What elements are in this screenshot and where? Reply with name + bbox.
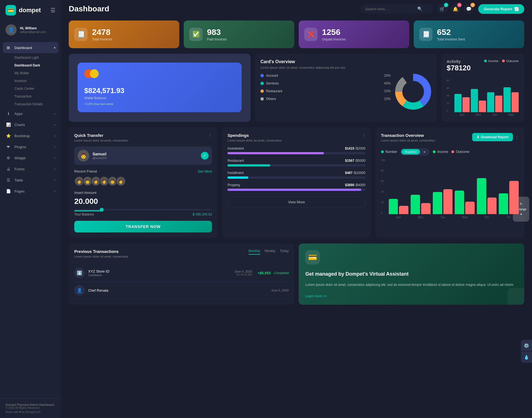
tx-x-labels: Sun Mon Tue Wed Thu Fri — [381, 216, 519, 219]
bell-button[interactable]: 🔔 12 — [451, 4, 461, 14]
tx-item-type-xyz: Cashback — [88, 273, 231, 277]
stat-icon-sent: 🧾 — [419, 28, 433, 41]
download-report-button[interactable]: ⬇ Download Report — [472, 133, 513, 141]
sidebar-item-widget[interactable]: ⚙ Widget › — [0, 152, 61, 163]
wallet-balance: $824,571.93 — [84, 86, 235, 95]
sidebar-item-table[interactable]: ☰ Table › — [0, 175, 61, 186]
tx-dots-menu[interactable]: ⋮ — [515, 135, 519, 139]
sidebar-subitem-my-wallet[interactable]: My Wallet — [0, 69, 61, 77]
stat-info-unpaid: 1256 Unpaid Invoices — [322, 27, 346, 41]
footer-copyright: © 2021 All Rights Reserved — [6, 406, 55, 409]
cart-button[interactable]: 🛒 2 — [437, 4, 447, 14]
stat-number-paid: 983 — [207, 27, 227, 37]
dots-menu-icon[interactable]: ⋮ — [208, 133, 212, 137]
spending-property-label: Property — [227, 183, 240, 187]
chevron-right-icon: › — [55, 179, 55, 182]
card-overview-desc: Lorem ipsum dolor sit amet, consectetur … — [260, 66, 431, 69]
analytics-toggle[interactable]: Analytics ● — [400, 148, 429, 155]
spendings-dots-menu[interactable]: ⋮ — [362, 133, 365, 137]
sidebar-item-forms[interactable]: 🖨 Forms › — [0, 163, 61, 175]
bar-income-sun — [454, 94, 462, 112]
sidebar-item-pages-label: Pages — [14, 189, 25, 193]
sidebar-item-charts[interactable]: 📊 Charts › — [0, 119, 61, 130]
greeting: Hi, William — [20, 26, 46, 30]
tab-monthly[interactable]: Monthly — [249, 249, 260, 255]
view-more-label: View More — [288, 200, 305, 204]
sidebar-subitem-cards-center[interactable]: Cards Center — [0, 85, 61, 93]
float-theme-button[interactable]: 💧 — [521, 352, 532, 363]
search-input[interactable] — [365, 7, 415, 11]
pages-icon: 📄 — [6, 188, 11, 194]
tx-item-date-xyz: June 4, 2020 — [234, 270, 252, 273]
widget-icon: ⚙ — [6, 155, 11, 161]
transfer-now-button[interactable]: TRANSFER NOW — [74, 221, 212, 232]
sidebar-item-plugins[interactable]: ❤ Plugins › — [0, 141, 61, 152]
sidebar-item-bootstrap[interactable]: ⭐ Bootstrap › — [0, 130, 61, 141]
va-learn-more-link[interactable]: Learn more >> — [305, 294, 518, 298]
see-more-link[interactable]: See More — [198, 170, 212, 173]
tx-bar-mon — [411, 195, 431, 214]
float-settings-button[interactable]: ⚙️ — [521, 340, 532, 351]
spending-restaurant-label: Restaurant — [227, 159, 244, 163]
tx-x-wed: Wed — [455, 216, 475, 219]
spending-bar-property — [227, 189, 361, 191]
sidebar-subitem-invoices[interactable]: Invoices — [0, 77, 61, 85]
mastercard-logo — [84, 69, 235, 78]
sidebar-item-widget-label: Widget — [14, 156, 25, 160]
chat-button[interactable]: 💬 5 — [464, 4, 474, 14]
tx-item-chef: 👤 Chef Renata June 5, 2020 — [74, 282, 289, 299]
tx-bar-fri — [499, 181, 519, 214]
legend-dot-others — [260, 97, 264, 101]
recent-friends-label: Recent Friend — [74, 169, 97, 173]
chevron-down-icon: ▾ — [54, 46, 55, 49]
sidebar-item-pages[interactable]: 📄 Pages › — [0, 186, 61, 197]
tx-title: Transaction Overview — [381, 133, 435, 138]
y-axis-label: 80 — [447, 79, 449, 82]
y-axis-label: 20 — [447, 102, 449, 105]
spendings-card: Spendings Lorem ipsum dolor sit amet, co… — [222, 127, 371, 238]
spendings-title: Spendings — [227, 133, 282, 138]
sidebar-item-dashboard[interactable]: ⊞ Dashboard ▾ — [3, 42, 58, 53]
sidebar-subitem-dashboard-dark[interactable]: Dashboard Dark — [0, 61, 61, 69]
tx-item-info-chef: Chef Renata — [88, 288, 268, 293]
bottom-row: Quick Transfer Lorem ipsum dolor sit ame… — [69, 127, 524, 238]
slider-thumb — [100, 208, 104, 212]
analytics-toggle-on[interactable]: Analytics — [401, 149, 420, 155]
main-content: Dashboard 🔍 🛒 2 🔔 12 💬 5 — [61, 0, 532, 418]
generate-report-label: Generate Report — [484, 7, 512, 11]
transaction-overview-card: Transaction Overview Lorem ipsum dolor s… — [375, 127, 524, 238]
bar-group-wed — [503, 87, 519, 112]
tab-weekly[interactable]: Weekly — [265, 249, 275, 255]
logo-text: dompet — [19, 7, 41, 14]
sidebar-subitem-transaction-details[interactable]: Transaction Details — [0, 100, 61, 108]
tx-item-name-chef: Chef Renata — [88, 288, 268, 293]
y-axis-label: 60 — [447, 87, 449, 89]
transaction-overview-header: Transaction Overview Lorem ipsum dolor s… — [381, 133, 519, 147]
bar-outcome-wed — [511, 92, 519, 112]
tx-income-tue — [433, 192, 442, 214]
footer-title: Dompet Payment Admin Dashboard — [6, 403, 55, 406]
chevron-right-icon: › — [55, 134, 55, 137]
sidebar-item-forms-label: Forms — [14, 167, 25, 171]
username: William — [25, 26, 37, 30]
charts-icon: 📊 — [6, 122, 11, 127]
outcome-dot-tx — [451, 150, 454, 153]
tab-today[interactable]: Today — [280, 249, 289, 255]
sidebar-subitem-transaction[interactable]: Transaction — [0, 93, 61, 100]
stats-row: 🧾 2478 Total Invoices ✅ 983 Paid Invoice… — [69, 20, 524, 48]
transfer-user-avatar: 👨 — [78, 150, 89, 161]
balance-amount: $ 456,345.62 — [193, 212, 212, 216]
outcome-legend: Outcome — [502, 59, 519, 63]
legend-restaurant: Restaurant 15% — [260, 89, 391, 93]
view-more-button[interactable]: View More — [227, 196, 365, 208]
tx-outcome-sun — [399, 206, 408, 214]
analytics-toggle-off[interactable]: ● — [420, 149, 429, 155]
sidebar-subitem-dashboard-light[interactable]: Dashboard Light — [0, 54, 61, 61]
amount-slider[interactable] — [74, 209, 212, 211]
hamburger-icon[interactable]: ☰ — [50, 7, 55, 14]
tab-row: Monthly Weekly Today — [249, 249, 289, 255]
sidebar-item-apps[interactable]: ℹ Apps › — [0, 108, 61, 119]
stat-label-unpaid: Unpaid Invoices — [322, 37, 346, 41]
tx-income-mon — [411, 195, 420, 214]
generate-report-button[interactable]: Generate Report 📈 — [478, 4, 524, 14]
